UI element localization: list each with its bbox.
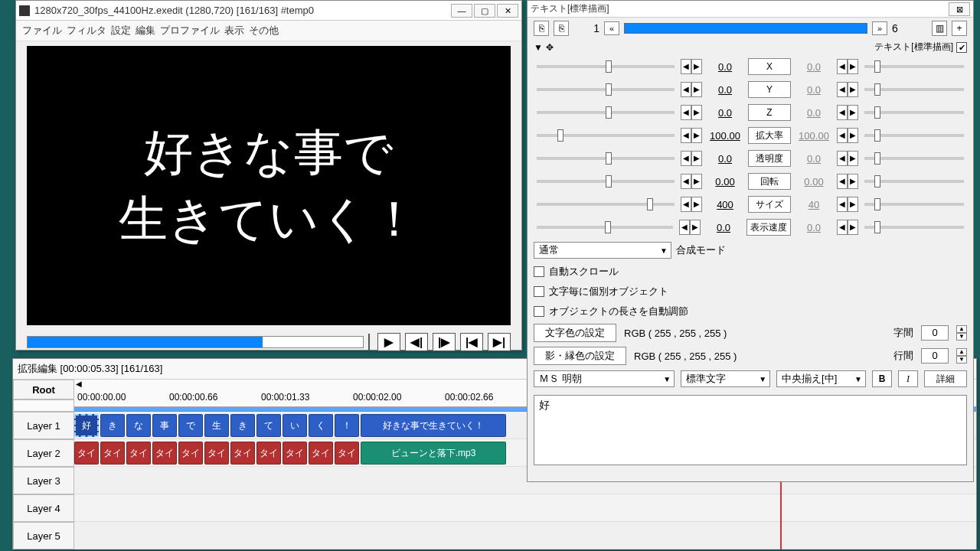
clip-text-full[interactable]: 好きな事で生きていく！: [361, 414, 506, 437]
shadow-color-button[interactable]: 影・縁色の設定: [534, 347, 626, 365]
dec-button[interactable]: ◀: [681, 128, 691, 143]
clip-text[interactable]: き: [230, 414, 255, 437]
prop-close-button[interactable]: ⊠: [949, 2, 970, 16]
clip-audio[interactable]: タイ: [74, 442, 99, 465]
dec-button[interactable]: ◀: [681, 59, 691, 74]
menu-file[interactable]: ファイル: [22, 24, 62, 37]
slider-right[interactable]: [864, 226, 964, 229]
param-label-button[interactable]: X: [748, 58, 791, 75]
slider-right[interactable]: [864, 65, 964, 68]
clip-text[interactable]: て: [256, 414, 281, 437]
clip-text[interactable]: な: [126, 414, 151, 437]
inc-button[interactable]: ▶: [691, 197, 702, 212]
inc-button[interactable]: ▶: [691, 82, 702, 97]
layer-label-4[interactable]: Layer 4: [13, 494, 74, 522]
clip-audio[interactable]: タイ: [100, 442, 125, 465]
clip-text[interactable]: 事: [152, 414, 177, 437]
titlebar[interactable]: 1280x720_30fps_44100Hz.exedit (1280,720)…: [16, 1, 521, 21]
clip-audio[interactable]: タイ: [309, 442, 333, 465]
clip-text[interactable]: ！: [335, 414, 359, 437]
bold-button[interactable]: B: [872, 370, 892, 387]
clip-audio[interactable]: タイ: [335, 442, 359, 465]
layer-label-2[interactable]: Layer 2: [13, 439, 74, 467]
param-value2[interactable]: 100.00: [794, 130, 834, 142]
inc2-button[interactable]: ▶: [848, 151, 858, 166]
param-label-button[interactable]: 回転: [748, 173, 791, 190]
param-label-button[interactable]: サイズ: [748, 196, 791, 213]
slider-left[interactable]: [537, 203, 675, 206]
maximize-button[interactable]: ▢: [474, 4, 495, 18]
slider-right[interactable]: [864, 111, 964, 114]
layer-label-1[interactable]: Layer 1: [13, 412, 74, 439]
inc2-button[interactable]: ▶: [848, 174, 858, 189]
anchor-icon[interactable]: ✥: [546, 42, 554, 53]
play-button[interactable]: ▶: [377, 333, 400, 351]
param-label-button[interactable]: 表示速度: [746, 219, 791, 236]
clip-text[interactable]: く: [309, 414, 333, 437]
dec-button[interactable]: ◀: [679, 220, 690, 235]
menu-other[interactable]: その他: [249, 24, 279, 37]
param-value[interactable]: 0.0: [705, 107, 745, 119]
dec2-button[interactable]: ◀: [837, 105, 848, 120]
clip-audio[interactable]: タイ: [178, 442, 203, 465]
dec2-button[interactable]: ◀: [837, 220, 848, 235]
inc2-button[interactable]: ▶: [848, 220, 858, 235]
enable-checkbox[interactable]: ✔: [956, 42, 967, 53]
clip-audio[interactable]: タイ: [204, 442, 229, 465]
slider-left[interactable]: [537, 111, 675, 114]
slider-left[interactable]: [537, 88, 675, 91]
slider-right[interactable]: [864, 180, 964, 183]
param-value2[interactable]: 0.0: [794, 61, 834, 73]
align-dropdown[interactable]: 中央揃え[中]▼: [776, 370, 866, 387]
timeline-row-5[interactable]: [74, 522, 976, 549]
dec2-button[interactable]: ◀: [837, 82, 848, 97]
dec-button[interactable]: ◀: [681, 151, 691, 166]
clip-text[interactable]: 生: [204, 414, 229, 437]
minimize-button[interactable]: —: [451, 4, 472, 18]
menu-settings[interactable]: 設定: [111, 24, 131, 37]
seek-bar[interactable]: [27, 336, 364, 348]
leading-down[interactable]: ▼: [956, 356, 967, 364]
menu-view[interactable]: 表示: [224, 24, 244, 37]
param-value[interactable]: 0.0: [704, 222, 743, 233]
dec2-button[interactable]: ◀: [837, 174, 848, 189]
leading-up[interactable]: ▲: [956, 348, 967, 356]
param-value2[interactable]: 0.00: [794, 176, 834, 187]
inc-button[interactable]: ▶: [690, 220, 701, 235]
clip-text[interactable]: い: [283, 414, 307, 437]
param-value[interactable]: 100.00: [705, 130, 745, 142]
slider-right[interactable]: [864, 203, 964, 206]
frame-rangebar[interactable]: [624, 23, 867, 34]
clip-text[interactable]: き: [100, 414, 125, 437]
copy-left-icon[interactable]: ⎘: [534, 21, 549, 36]
param-value[interactable]: 0.0: [705, 84, 745, 96]
slider-left[interactable]: [537, 134, 675, 137]
style-dropdown[interactable]: 標準文字▼: [681, 370, 770, 387]
detail-button[interactable]: 詳細: [924, 370, 967, 387]
param-label-button[interactable]: 透明度: [748, 150, 791, 167]
frame-first-button[interactable]: «: [604, 21, 619, 35]
param-value[interactable]: 0.0: [705, 61, 745, 73]
leading-input[interactable]: 0: [921, 348, 949, 364]
goto-start-button[interactable]: |◀: [460, 333, 483, 351]
inc2-button[interactable]: ▶: [848, 82, 858, 97]
clip-text[interactable]: 好: [74, 414, 99, 437]
spacing-input[interactable]: 0: [921, 325, 949, 341]
param-value2[interactable]: 40: [794, 199, 834, 210]
frame-last-button[interactable]: »: [872, 21, 887, 35]
blend-mode-dropdown[interactable]: 通常▼: [534, 242, 671, 259]
menu-edit[interactable]: 編集: [136, 24, 155, 37]
dec-button[interactable]: ◀: [681, 82, 691, 97]
param-value2[interactable]: 0.0: [794, 107, 834, 119]
param-value[interactable]: 0.00: [705, 176, 745, 187]
dec-button[interactable]: ◀: [681, 174, 691, 189]
copy-right-icon[interactable]: ⎘: [554, 21, 569, 36]
clip-audio[interactable]: タイ: [152, 442, 177, 465]
collapse-icon[interactable]: ▼: [534, 42, 543, 53]
root-button[interactable]: Root: [13, 380, 74, 399]
step-fwd-button[interactable]: |▶: [433, 333, 456, 351]
clip-audio[interactable]: タイ: [126, 442, 151, 465]
clip-text[interactable]: で: [178, 414, 203, 437]
slider-left[interactable]: [537, 65, 675, 68]
param-label-button[interactable]: Y: [748, 81, 791, 98]
